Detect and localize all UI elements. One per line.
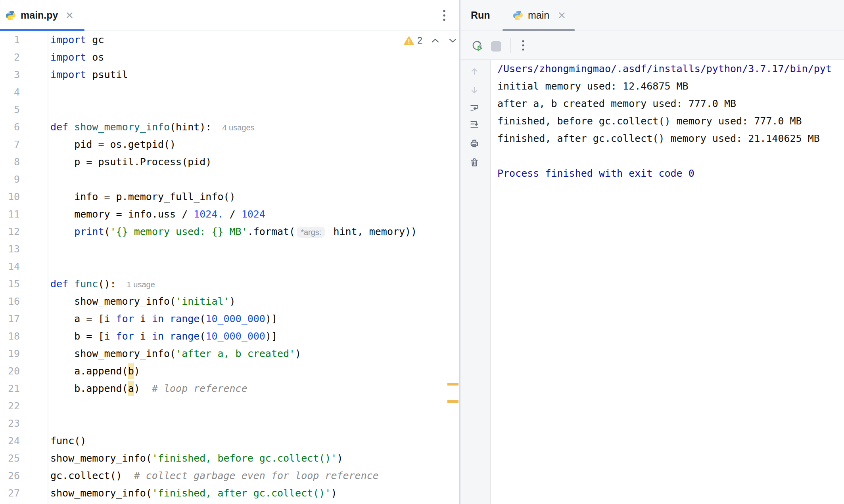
line-number[interactable]: 20 [0,363,20,380]
code-line: 26gc.collect() # collect garbage even fo… [0,467,459,485]
editor-tab-main-py[interactable]: main.py [5,0,73,31]
warning-count: 2 [417,35,422,46]
code-line: 13 [0,241,459,258]
stop-button[interactable] [491,41,501,52]
code-text [20,101,50,118]
console-lines: /Users/zhongmingmao/.asdf/installs/pytho… [497,60,844,182]
line-number[interactable]: 18 [0,328,20,345]
line-number[interactable]: 23 [0,415,20,432]
print-icon[interactable] [469,138,480,149]
code-line: 21 b.append(a) # loop reference [0,380,459,397]
line-number[interactable]: 14 [0,258,20,275]
code-text: a = [i for i in range(10_000_000)] [20,310,277,328]
code-text: print('{} memory used: {} MB'.format(*ar… [20,223,417,241]
warning-stripe-mark[interactable] [447,383,458,386]
python-icon [5,10,16,21]
code-line: 8 p = psutil.Process(pid) [0,153,459,171]
line-number[interactable]: 11 [0,206,20,223]
warning-stripe-mark[interactable] [447,400,458,403]
python-icon [512,10,524,21]
code-text: p = psutil.Process(pid) [20,153,211,171]
code-line: 20 a.append(b) [0,363,459,380]
code-text: import psutil [20,66,128,84]
line-number[interactable]: 3 [0,66,20,84]
code-text [20,397,50,415]
soft-wrap-icon[interactable] [469,103,480,113]
run-tab-main[interactable]: main [512,0,565,31]
editor-tab-label: main.py [21,10,58,21]
code-text: info = p.memory_full_info() [20,188,236,206]
chevron-down-icon[interactable] [448,38,457,44]
chevron-up-icon[interactable] [431,38,440,44]
code-text: show_memory_info('initial') [20,293,236,310]
gutter-divider [48,31,48,504]
line-number[interactable]: 12 [0,223,20,241]
scroll-down-icon[interactable] [469,85,480,95]
code-text: gc.collect() # collect garbage even for … [20,467,379,485]
code-line: 23 [0,415,459,432]
line-number[interactable]: 25 [0,450,20,467]
code-text [20,241,50,258]
toolbar-separator [510,38,511,53]
code-line: 1import gc [0,31,459,49]
run-tab-bar: Run main [460,0,844,31]
line-number[interactable]: 7 [0,136,20,153]
line-number[interactable]: 15 [0,275,20,293]
run-kebab-icon[interactable] [520,39,526,53]
code-line: 17 a = [i for i in range(10_000_000)] [0,310,459,328]
line-number[interactable]: 5 [0,101,20,118]
code-text: b.append(a) # loop reference [20,380,247,397]
code-text: pid = os.getpid() [20,136,176,153]
code-text: show_memory_info('after a, b created') [20,345,301,363]
close-icon[interactable] [67,12,73,18]
line-number[interactable]: 10 [0,188,20,206]
code-line: 15def func():1 usage [0,275,459,293]
editor-kebab-icon[interactable] [441,9,447,23]
line-number[interactable]: 27 [0,485,20,502]
code-text: func() [20,432,86,450]
line-number[interactable]: 6 [0,118,20,136]
line-number[interactable]: 16 [0,293,20,310]
line-number[interactable]: 2 [0,49,20,66]
code-text [20,171,50,188]
line-number[interactable]: 21 [0,380,20,397]
console-line: Process finished with exit code 0 [497,165,844,182]
console-line: /Users/zhongmingmao/.asdf/installs/pytho… [497,60,844,78]
line-number[interactable]: 9 [0,171,20,188]
code-text: a.append(b) [20,363,140,380]
code-text: b = [i for i in range(10_000_000)] [20,328,277,345]
run-tool-window: Run main [460,0,844,504]
line-number[interactable]: 24 [0,432,20,450]
line-number[interactable]: 4 [0,84,20,101]
console-line: initial memory used: 12.46875 MB [497,78,844,95]
code-line: 25show_memory_info('finished, before gc.… [0,450,459,467]
code-line: 19 show_memory_info('after a, b created'… [0,345,459,363]
scroll-up-icon[interactable] [469,66,480,76]
clear-all-icon[interactable] [469,157,480,168]
close-icon[interactable] [559,12,565,18]
console-line: finished, after gc.collect() memory used… [497,130,844,147]
code-line: 12 print('{} memory used: {} MB'.format(… [0,223,459,241]
rerun-button[interactable] [471,40,483,52]
code-text: memory = info.uss / 1024. / 1024 [20,206,265,223]
code-lines: 1import gc2import os3import psutil456def… [0,31,459,502]
line-number[interactable]: 19 [0,345,20,363]
active-tab-underline [0,29,84,31]
line-number[interactable]: 13 [0,241,20,258]
console-line: finished, before gc.collect() memory use… [497,113,844,130]
code-text [20,415,50,432]
line-number[interactable]: 8 [0,153,20,171]
code-text [20,84,50,101]
line-number[interactable]: 22 [0,397,20,415]
code-line: 9 [0,171,459,188]
inspections-widget[interactable]: 2 [404,35,457,46]
code-text: import os [20,49,104,66]
line-number[interactable]: 26 [0,467,20,485]
line-number[interactable]: 1 [0,31,20,49]
code-line: 11 memory = info.uss / 1024. / 1024 [0,206,459,223]
code-line: 5 [0,101,459,118]
code-line: 4 [0,84,459,101]
line-number[interactable]: 17 [0,310,20,328]
scroll-to-end-icon[interactable] [469,119,480,130]
console-line [497,147,844,165]
